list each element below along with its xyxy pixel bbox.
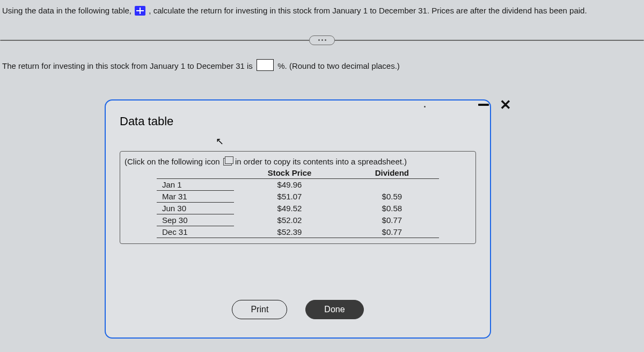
question-text: Using the data in the following table, ,…	[0, 0, 644, 24]
cell-dividend: $0.58	[345, 203, 439, 214]
col-date-header	[157, 167, 234, 179]
data-table-modal: ✕ Data table ↖ (Click on the following i…	[105, 99, 491, 339]
cell-date: Jun 30	[157, 203, 234, 214]
cell-date: Jan 1	[157, 179, 234, 191]
modal-title: Data table	[120, 114, 476, 128]
copy-hint: (Click on the following icon in order to…	[120, 151, 476, 244]
table-row: Jan 1 $49.96	[157, 179, 439, 191]
cell-price: $52.39	[234, 226, 345, 238]
data-table: Stock Price Dividend Jan 1 $49.96 Mar 31…	[157, 167, 439, 238]
cell-price: $51.07	[234, 191, 345, 203]
copy-icon[interactable]	[223, 158, 232, 166]
cell-dividend: $0.77	[345, 214, 439, 226]
cell-date: Sep 30	[157, 214, 234, 226]
hint-pre: (Click on the following icon	[125, 157, 220, 166]
cell-dividend: $0.77	[345, 226, 439, 238]
table-row: Mar 31 $51.07 $0.59	[157, 191, 439, 203]
done-button[interactable]: Done	[305, 300, 363, 319]
decorative-dot	[424, 106, 426, 107]
table-row: Sep 30 $52.02 $0.77	[157, 214, 439, 226]
section-divider	[0, 40, 644, 41]
drag-handle-icon[interactable]	[309, 35, 335, 45]
close-icon[interactable]: ✕	[500, 98, 511, 112]
cell-price: $49.96	[234, 179, 345, 191]
answer-unit: %. (Round to two decimal places.)	[277, 61, 400, 70]
question-part1: Using the data in the following table,	[2, 6, 131, 15]
cell-date: Mar 31	[157, 191, 234, 203]
col-dividend-header: Dividend	[345, 167, 439, 179]
col-price-header: Stock Price	[234, 167, 345, 179]
table-icon[interactable]	[135, 6, 145, 16]
cell-dividend: $0.59	[345, 191, 439, 203]
cell-price: $49.52	[234, 203, 345, 214]
hint-post: in order to copy its contents into a spr…	[235, 157, 407, 166]
minimize-icon[interactable]	[478, 104, 489, 106]
cell-price: $52.02	[234, 214, 345, 226]
answer-pre: The return for investing in this stock f…	[2, 61, 253, 70]
table-row: Jun 30 $49.52 $0.58	[157, 203, 439, 214]
cell-dividend	[345, 179, 439, 191]
answer-line: The return for investing in this stock f…	[0, 59, 644, 71]
question-part2: , calculate the return for investing in …	[149, 6, 587, 15]
table-row: Dec 31 $52.39 $0.77	[157, 226, 439, 238]
cursor-icon: ↖	[216, 135, 224, 147]
cell-date: Dec 31	[157, 226, 234, 238]
print-button[interactable]: Print	[232, 300, 287, 319]
return-percent-input[interactable]	[257, 59, 274, 71]
